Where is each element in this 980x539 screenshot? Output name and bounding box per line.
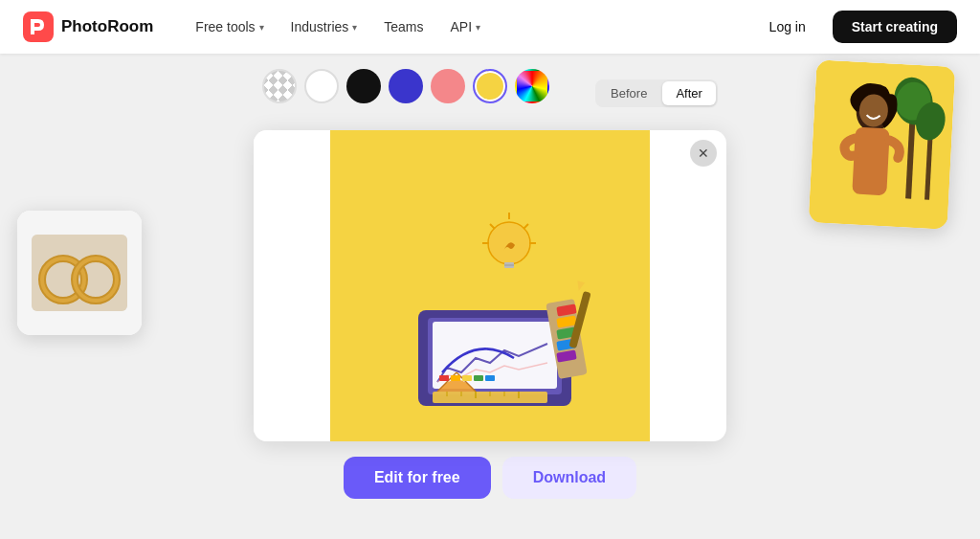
after-button[interactable]: After (662, 81, 715, 105)
logo-icon (23, 11, 54, 42)
chevron-down-icon: ▾ (476, 22, 480, 33)
nav-api[interactable]: API ▾ (439, 13, 493, 40)
nav-teams[interactable]: Teams (372, 13, 434, 40)
svg-rect-26 (451, 375, 460, 381)
svg-rect-29 (485, 375, 495, 381)
nav-links: Free tools ▾ Industries ▾ Teams API ▾ (184, 13, 751, 40)
start-creating-button[interactable]: Start creating (833, 11, 957, 43)
before-button[interactable]: Before (597, 81, 660, 105)
login-button[interactable]: Log in (752, 11, 823, 42)
svg-rect-27 (462, 375, 472, 381)
floating-woman-card (809, 59, 956, 229)
nav-free-tools[interactable]: Free tools ▾ (184, 13, 275, 40)
chevron-down-icon: ▾ (352, 22, 357, 33)
action-row: Edit for free Download (344, 457, 636, 499)
svg-rect-28 (474, 375, 483, 381)
color-swatch-transparent[interactable] (262, 69, 297, 103)
color-swatch-yellow[interactable] (473, 69, 507, 103)
design-illustration (361, 167, 619, 406)
color-swatch-white[interactable] (304, 69, 339, 103)
close-button[interactable]: ✕ (690, 140, 717, 167)
close-icon: ✕ (698, 146, 709, 161)
floating-rings-card (17, 211, 142, 335)
rings-illustration (27, 220, 132, 326)
rings-image (17, 211, 142, 335)
logo[interactable]: PhotoRoom (23, 11, 153, 42)
color-swatch-black[interactable] (346, 69, 381, 103)
brand-name: PhotoRoom (61, 17, 153, 36)
svg-rect-25 (439, 375, 449, 381)
woman-illustration (809, 59, 956, 229)
nav-industries[interactable]: Industries ▾ (279, 13, 369, 40)
color-swatches (262, 69, 549, 103)
editor-canvas: ✕ (254, 130, 726, 441)
before-after-toggle: Before After (595, 79, 718, 107)
canvas-inner (330, 130, 650, 441)
color-swatch-blue[interactable] (389, 69, 423, 103)
color-swatch-rainbow[interactable] (515, 69, 549, 103)
color-swatch-pink[interactable] (431, 69, 465, 103)
edit-for-free-button[interactable]: Edit for free (344, 457, 491, 499)
svg-marker-11 (575, 281, 585, 292)
download-button[interactable]: Download (502, 457, 636, 499)
woman-image (809, 59, 956, 229)
chevron-down-icon: ▾ (259, 22, 264, 33)
nav-actions: Log in Start creating (752, 11, 957, 43)
navbar: PhotoRoom Free tools ▾ Industries ▾ Team… (0, 0, 980, 54)
